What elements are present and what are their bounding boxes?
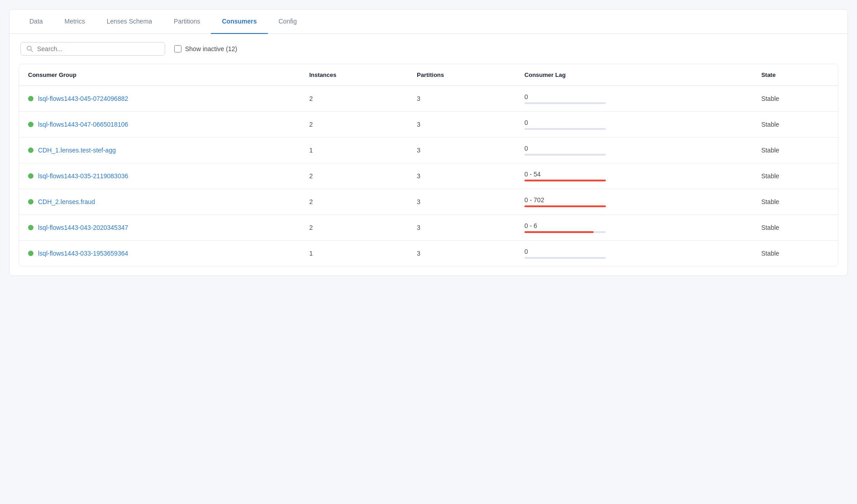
col-header-state: State bbox=[752, 64, 838, 86]
partitions-cell: 3 bbox=[408, 215, 515, 241]
tab-lenses-schema[interactable]: Lenses Schema bbox=[96, 10, 163, 34]
col-header-consumer-group: Consumer Group bbox=[19, 64, 300, 86]
state-cell: Stable bbox=[752, 189, 838, 215]
partitions-cell: 3 bbox=[408, 163, 515, 189]
consumer-group-cell: lsql-flows1443-035-2119083036 bbox=[19, 163, 300, 189]
state-cell: Stable bbox=[752, 163, 838, 189]
svg-line-1 bbox=[31, 50, 33, 52]
tab-config[interactable]: Config bbox=[268, 10, 308, 34]
lag-value: 0 bbox=[524, 145, 743, 152]
status-dot bbox=[28, 251, 33, 256]
tabs-bar: DataMetricsLenses SchemaPartitionsConsum… bbox=[10, 10, 847, 34]
lag-bar-track bbox=[524, 205, 606, 207]
col-header-consumer-lag: Consumer Lag bbox=[515, 64, 752, 86]
table-row[interactable]: lsql-flows1443-033-1953659364 13 0 Stabl… bbox=[19, 241, 838, 266]
lag-value: 0 bbox=[524, 93, 743, 100]
search-input[interactable] bbox=[37, 45, 159, 52]
status-dot bbox=[28, 122, 33, 127]
lag-bar-fill bbox=[524, 180, 606, 181]
tab-partitions[interactable]: Partitions bbox=[163, 10, 211, 34]
lag-value: 0 - 702 bbox=[524, 196, 743, 204]
lag-value: 0 - 54 bbox=[524, 171, 743, 178]
consumer-group-link[interactable]: lsql-flows1443-043-2020345347 bbox=[38, 224, 128, 231]
lag-bar-track bbox=[524, 180, 606, 181]
consumer-group-cell: lsql-flows1443-045-0724096882 bbox=[19, 86, 300, 112]
lag-value: 0 bbox=[524, 119, 743, 126]
lag-cell: 0 bbox=[515, 241, 752, 266]
show-inactive-checkbox[interactable] bbox=[174, 45, 181, 52]
status-dot bbox=[28, 96, 33, 101]
status-dot bbox=[28, 173, 33, 179]
lag-cell: 0 bbox=[515, 138, 752, 163]
lag-cell: 0 bbox=[515, 112, 752, 138]
table-row[interactable]: lsql-flows1443-047-0665018106 23 0 Stabl… bbox=[19, 112, 838, 138]
partitions-cell: 3 bbox=[408, 189, 515, 215]
consumer-group-link[interactable]: lsql-flows1443-045-0724096882 bbox=[38, 95, 128, 102]
partitions-cell: 3 bbox=[408, 112, 515, 138]
partitions-cell: 3 bbox=[408, 138, 515, 163]
table-row[interactable]: lsql-flows1443-043-2020345347 23 0 - 6 S… bbox=[19, 215, 838, 241]
lag-cell: 0 - 6 bbox=[515, 215, 752, 241]
controls-bar: Show inactive (12) bbox=[10, 34, 847, 64]
lag-bar-track bbox=[524, 128, 606, 130]
lag-value: 0 - 6 bbox=[524, 222, 743, 229]
tab-metrics[interactable]: Metrics bbox=[54, 10, 96, 34]
lag-bar-fill bbox=[524, 205, 606, 207]
consumer-group-cell: lsql-flows1443-043-2020345347 bbox=[19, 215, 300, 241]
table-row[interactable]: CDH_1.lenses.test-stef-agg 13 0 Stable bbox=[19, 138, 838, 163]
table-body: lsql-flows1443-045-0724096882 23 0 Stabl… bbox=[19, 86, 838, 266]
lag-cell: 0 - 702 bbox=[515, 189, 752, 215]
col-header-instances: Instances bbox=[300, 64, 408, 86]
lag-cell: 0 bbox=[515, 86, 752, 112]
instances-cell: 2 bbox=[300, 189, 408, 215]
table-row[interactable]: lsql-flows1443-045-0724096882 23 0 Stabl… bbox=[19, 86, 838, 112]
state-cell: Stable bbox=[752, 138, 838, 163]
state-cell: Stable bbox=[752, 112, 838, 138]
table-container: Consumer GroupInstancesPartitionsConsume… bbox=[19, 64, 838, 266]
show-inactive-label: Show inactive (12) bbox=[185, 45, 237, 52]
lag-cell: 0 - 54 bbox=[515, 163, 752, 189]
lag-bar-track bbox=[524, 231, 606, 233]
table-row[interactable]: CDH_2.lenses.fraud 23 0 - 702 Stable bbox=[19, 189, 838, 215]
search-wrapper bbox=[20, 42, 165, 56]
status-dot bbox=[28, 147, 33, 153]
status-dot bbox=[28, 225, 33, 230]
consumer-group-cell: CDH_2.lenses.fraud bbox=[19, 189, 300, 215]
search-icon bbox=[26, 45, 33, 52]
consumer-group-link[interactable]: lsql-flows1443-035-2119083036 bbox=[38, 172, 128, 180]
partitions-cell: 3 bbox=[408, 241, 515, 266]
state-cell: Stable bbox=[752, 86, 838, 112]
consumers-table: Consumer GroupInstancesPartitionsConsume… bbox=[19, 64, 838, 266]
consumer-group-cell: lsql-flows1443-047-0665018106 bbox=[19, 112, 300, 138]
lag-bar-track bbox=[524, 154, 606, 156]
page-container: DataMetricsLenses SchemaPartitionsConsum… bbox=[9, 9, 848, 276]
state-cell: Stable bbox=[752, 241, 838, 266]
consumer-group-link[interactable]: CDH_2.lenses.fraud bbox=[38, 198, 95, 205]
consumer-group-cell: lsql-flows1443-033-1953659364 bbox=[19, 241, 300, 266]
table-row[interactable]: lsql-flows1443-035-2119083036 23 0 - 54 … bbox=[19, 163, 838, 189]
consumer-group-cell: CDH_1.lenses.test-stef-agg bbox=[19, 138, 300, 163]
state-cell: Stable bbox=[752, 215, 838, 241]
consumer-group-link[interactable]: CDH_1.lenses.test-stef-agg bbox=[38, 147, 116, 154]
table-header: Consumer GroupInstancesPartitionsConsume… bbox=[19, 64, 838, 86]
lag-value: 0 bbox=[524, 248, 743, 255]
instances-cell: 2 bbox=[300, 86, 408, 112]
lag-bar-track bbox=[524, 257, 606, 259]
instances-cell: 2 bbox=[300, 112, 408, 138]
instances-cell: 2 bbox=[300, 215, 408, 241]
header-row: Consumer GroupInstancesPartitionsConsume… bbox=[19, 64, 838, 86]
consumer-group-link[interactable]: lsql-flows1443-033-1953659364 bbox=[38, 250, 128, 257]
show-inactive-wrapper[interactable]: Show inactive (12) bbox=[174, 45, 237, 52]
lag-bar-fill bbox=[524, 231, 594, 233]
tab-data[interactable]: Data bbox=[19, 10, 54, 34]
col-header-partitions: Partitions bbox=[408, 64, 515, 86]
tab-consumers[interactable]: Consumers bbox=[211, 10, 267, 34]
instances-cell: 1 bbox=[300, 138, 408, 163]
status-dot bbox=[28, 199, 33, 204]
lag-bar-track bbox=[524, 102, 606, 104]
partitions-cell: 3 bbox=[408, 86, 515, 112]
instances-cell: 1 bbox=[300, 241, 408, 266]
consumer-group-link[interactable]: lsql-flows1443-047-0665018106 bbox=[38, 121, 128, 128]
instances-cell: 2 bbox=[300, 163, 408, 189]
